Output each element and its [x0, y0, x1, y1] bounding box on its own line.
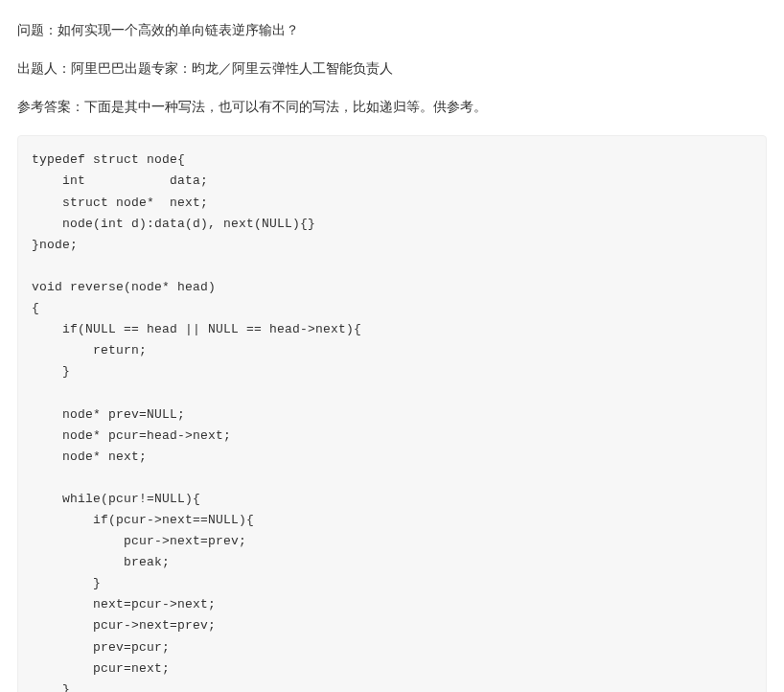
author-label: 出题人： [17, 60, 71, 76]
question-label: 问题： [17, 22, 58, 37]
answer-line: 参考答案：下面是其中一种写法，也可以有不同的写法，比如递归等。供参考。 [17, 96, 767, 119]
author-line: 出题人：阿里巴巴出题专家：昀龙／阿里云弹性人工智能负责人 [17, 58, 767, 81]
question-line: 问题：如何实现一个高效的单向链表逆序输出？ [17, 19, 767, 42]
question-text: 如何实现一个高效的单向链表逆序输出？ [58, 22, 299, 37]
author-text: 阿里巴巴出题专家：昀龙／阿里云弹性人工智能负责人 [71, 60, 393, 76]
answer-label: 参考答案： [17, 99, 84, 114]
code-block: typedef struct node{ int data; struct no… [17, 135, 767, 692]
answer-text: 下面是其中一种写法，也可以有不同的写法，比如递归等。供参考。 [84, 99, 487, 114]
